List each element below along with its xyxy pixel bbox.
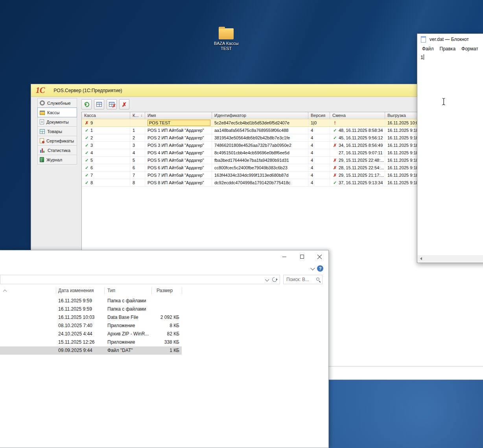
sidebar-item-3[interactable]: Товары — [37, 126, 77, 136]
pos-column-header-0[interactable]: Касса — [82, 112, 130, 119]
help-icon[interactable] — [317, 265, 323, 272]
column-header-type[interactable]: Тип — [107, 288, 115, 293]
version-cell: 4 — [308, 127, 330, 134]
notepad-icon — [421, 36, 426, 43]
address-dropdown-icon[interactable] — [265, 278, 269, 281]
file-date: 08.10.2025 7:40 — [58, 322, 92, 330]
refresh-button[interactable] — [81, 99, 92, 109]
column-label: Имя — [147, 113, 156, 119]
sidebar-item-6[interactable]: Журнал — [37, 155, 77, 165]
sidebar-item-2[interactable]: Документы — [37, 117, 77, 127]
column-separator — [104, 287, 105, 294]
identifier-cell: 74866201808e4526aa732b77ab0950e2 — [212, 142, 308, 149]
smena-ok-icon: ✓ — [332, 180, 337, 185]
pos-column-header-5[interactable]: Смена — [330, 112, 385, 119]
kassa-cell: ✓3 — [82, 142, 130, 149]
column-label: Выгрузка — [387, 113, 406, 119]
notepad-menu-item-1[interactable]: Правка — [440, 46, 456, 52]
smena-text: 28, 15.11.2025 22:54:... — [339, 165, 384, 170]
column-header-date[interactable]: Дата изменения — [58, 288, 94, 293]
pos-table-row[interactable]: ✓44POS 4 ИП Айтбай "Ардагер"8c4951501cbb… — [82, 149, 417, 157]
folder-label-line1: BAZA Кассы — [210, 41, 242, 46]
file-row[interactable]: 16.11.2025 9:59Папка с файлами — [0, 297, 182, 305]
kassa-cell: ✓4 — [82, 149, 130, 156]
pos-column-header-6[interactable]: Выгрузка — [385, 112, 418, 119]
file-date: 16.11.2025 10:03 — [58, 313, 95, 322]
file-row[interactable]: 08.10.2025 7:40Приложение8 КБ — [0, 322, 182, 330]
smena-text: 37, 16.11.2025 9:13:34 — [339, 180, 383, 185]
file-row[interactable]: 16.11.2025 10:03Data Base File2 092 КБ — [0, 313, 182, 322]
vygruzka-cell: 16.11.2025 9:18 — [385, 142, 418, 149]
close-button[interactable] — [311, 250, 328, 263]
file-row[interactable]: 24.10.2025 4:44Архив ZIP - WinR...82 КБ — [0, 330, 182, 338]
ribbon-expand-icon[interactable] — [310, 266, 315, 270]
desktop-folder-baza-kassy[interactable]: BAZA Кассы TEST — [210, 28, 242, 51]
pos-table-body: ✗9POS TEST5c2e847ec5cb4bd1b5d53de6f5d240… — [82, 119, 417, 187]
load-table-button[interactable] — [94, 99, 104, 109]
pos-table-row[interactable]: ✓22POS 2 ИП Айтбай "Ардагер"3819543e5056… — [82, 134, 417, 142]
file-row[interactable]: 15.11.2025 12:26Приложение338 КБ — [0, 338, 182, 346]
address-bar[interactable] — [0, 275, 280, 284]
pos-column-header-4[interactable]: Версия — [308, 112, 330, 119]
sidebar-item-1[interactable]: Кассы — [37, 107, 77, 117]
kassa-number: 2 — [90, 135, 93, 140]
notepad-titlebar[interactable]: ver.dat — Блокнот — [417, 34, 483, 45]
notepad-menu-item-0[interactable]: Файл — [422, 46, 434, 52]
sort-arrow-icon: ↓ — [141, 113, 143, 119]
kassa-number: 4 — [90, 150, 93, 155]
kassa-number: 5 — [90, 158, 93, 163]
delete-button[interactable] — [119, 99, 129, 109]
smena-fail-icon: ✗ — [332, 165, 337, 170]
version-cell: 4 — [308, 172, 330, 179]
explorer-titlebar[interactable] — [0, 250, 328, 263]
k-cell: 3 — [130, 142, 145, 149]
column-header-size[interactable]: Размер — [157, 288, 173, 293]
pos-column-header-3[interactable]: Идентификатор — [212, 112, 308, 119]
notepad-text-area[interactable]: 1 — [418, 53, 483, 255]
maximize-button[interactable] — [293, 250, 311, 263]
sidebar-item-4[interactable]: Сертификаты — [37, 136, 77, 146]
pos-table-row[interactable]: ✓55POS 5 ИП Айтбай "Ардагер"fba3bed17644… — [82, 157, 417, 164]
1c-logo-icon: 1С — [36, 86, 45, 95]
goods-table-icon — [40, 129, 45, 134]
text-caret — [424, 54, 424, 60]
maximize-icon — [300, 255, 304, 259]
horizontal-scrollbar[interactable] — [418, 255, 483, 262]
refresh-icon — [83, 101, 90, 107]
document-icon — [40, 119, 44, 124]
pos-window-titlebar[interactable]: 1С POS.Сервер (1С:Предприятие) — [31, 84, 418, 97]
search-box[interactable]: Поиск: В... — [283, 275, 323, 284]
version-cell: 4 — [308, 157, 330, 164]
status-ok-icon: ✓ — [84, 165, 89, 170]
minimize-button[interactable] — [275, 250, 293, 263]
pos-table-row[interactable]: ✓11POS 1 ИП Айтбай "Ардагер"aa148bafa565… — [82, 127, 417, 134]
refresh-icon[interactable] — [271, 276, 278, 283]
name-edit-field[interactable]: POS TEST — [147, 120, 210, 126]
pos-column-header-2[interactable]: Имя — [145, 112, 212, 119]
file-row[interactable]: 16.11.2025 9:59Папка с файлами — [0, 305, 182, 313]
file-row[interactable]: 09.09.2025 9:44Файл "DAT"1 КБ — [0, 346, 182, 355]
statistics-chart-icon — [40, 148, 45, 153]
vygruzka-cell: 16.11.2025 9:18 — [385, 164, 418, 171]
pos-table-row[interactable]: ✓88POS 8 ИП Айтбай "Ардагер"dc92ecddc470… — [82, 179, 417, 187]
pos-column-header-1[interactable]: К...↓ — [130, 112, 145, 119]
smena-cell: ✗29, 15.11.2025 21:17:... — [330, 172, 385, 179]
explorer-address-row: Поиск: В... — [0, 274, 329, 285]
scroll-left-icon[interactable] — [420, 257, 422, 260]
pos-table-row[interactable]: ✗9POS TEST5c2e847ec5cb4bd1b5d53de6f5d240… — [82, 119, 417, 127]
smena-cell: ✓48, 16.11.2025 8:58:34 — [330, 127, 385, 134]
sidebar-item-0[interactable]: Служебные — [37, 98, 77, 108]
name-cell: POS 2 ИП Айтбай "Ардагер" — [145, 134, 212, 141]
file-size: 2 092 КБ — [152, 313, 179, 322]
version-cell: 4 — [308, 134, 330, 141]
file-date: 09.09.2025 9:44 — [58, 346, 92, 355]
file-list-header: Дата изменения Тип Размер — [0, 287, 329, 295]
clear-table-button[interactable] — [107, 99, 117, 109]
vygruzka-cell: 16.11.2025 10:0 — [385, 119, 418, 126]
pos-table-row[interactable]: ✓33POS 3 ИП Айтбай "Ардагер"74866201808e… — [82, 142, 417, 149]
sidebar-item-5[interactable]: Статистика — [37, 145, 77, 155]
pos-table-row[interactable]: ✓66POS 6 ИП Айтбай "Ардагер"cc800fcec5c2… — [82, 164, 417, 172]
smena-fail-icon: ✗ — [332, 143, 337, 148]
notepad-menu-item-2[interactable]: Формат — [461, 46, 478, 52]
pos-table-row[interactable]: ✓77POS 7 ИП Айтбай "Ардагер"163f44334c33… — [82, 172, 417, 179]
